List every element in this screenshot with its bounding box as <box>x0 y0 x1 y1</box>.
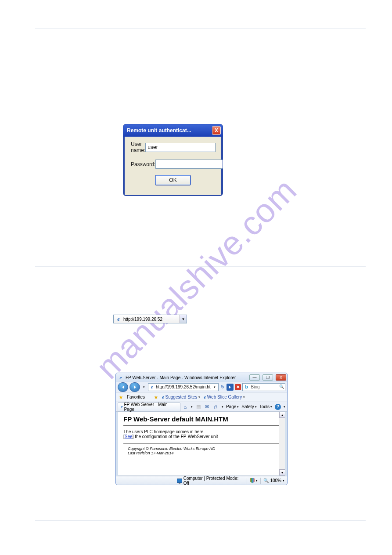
address-bar-url: http://199.199.26.52 <box>123 317 180 322</box>
tab-main[interactable]: e FP Web-Server - Main Page <box>118 403 180 411</box>
chevron-down-icon: ▾ <box>255 405 257 409</box>
status-zone: Computer | Protected Mode: Off <box>177 476 244 486</box>
status-separator <box>247 478 247 484</box>
page-icon: e <box>121 404 122 409</box>
scroll-down-icon[interactable]: ▼ <box>279 469 285 475</box>
safety-menu-label: Safety <box>241 404 254 409</box>
web-slice-label: Web Slice Gallery <box>207 395 242 399</box>
url-dropdown-icon[interactable]: ▾ <box>212 384 217 391</box>
add-favorite-icon[interactable]: ★ <box>154 394 158 400</box>
forward-button[interactable] <box>129 382 140 392</box>
tools-menu[interactable]: Tools ▾ <box>259 404 272 409</box>
scrollbar[interactable]: ▲ ▼ <box>279 412 285 475</box>
status-shield[interactable]: ▾ <box>250 478 258 483</box>
username-input[interactable] <box>145 143 216 152</box>
history-dropdown-icon[interactable]: ▾ <box>141 384 147 391</box>
chevron-down-icon[interactable]: ▾ <box>243 395 245 399</box>
suggested-sites-link[interactable]: e Suggested Sites ▾ <box>162 395 200 399</box>
username-label: User name: <box>131 141 145 153</box>
favorites-label[interactable]: Favorites <box>127 395 145 399</box>
ok-button[interactable]: OK <box>155 175 191 185</box>
chevron-down-icon[interactable]: ▾ <box>283 479 284 482</box>
back-button[interactable] <box>118 382 128 392</box>
browser-title: FP Web-Server - Main Page - Windows Inte… <box>126 375 247 380</box>
dropdown-icon[interactable]: ▼ <box>180 315 187 323</box>
home-icon[interactable]: ⌂ <box>182 404 188 410</box>
chevron-down-icon: ▾ <box>237 405 239 409</box>
bing-icon: b <box>244 385 249 390</box>
content-footer: Copyright © Panasonic Electric Works Eur… <box>123 446 280 455</box>
tab-and-command-bar: e FP Web-Server - Main Page ⌂ ▾ ▤ ✉ ⎙ ▾ … <box>116 402 287 412</box>
stop-button[interactable]: ✕ <box>235 384 241 390</box>
suggested-sites-label: Suggested Sites <box>165 395 198 399</box>
content-line1: The users PLC homepage comes in here. <box>123 429 280 434</box>
status-zoom[interactable]: 🔍 100% ▾ <box>263 478 284 483</box>
address-bar-small[interactable]: e http://199.199.26.52 ▼ <box>113 315 187 323</box>
divider-top <box>35 28 366 29</box>
page-menu[interactable]: Page ▾ <box>226 404 239 409</box>
help-icon[interactable]: ? <box>275 404 281 410</box>
chevron-down-icon[interactable]: ▾ <box>191 405 193 409</box>
favorites-star-icon[interactable]: ★ <box>119 394 123 400</box>
password-input[interactable] <box>155 160 223 169</box>
chevron-down-icon[interactable]: ▾ <box>284 405 285 409</box>
revision-text: Last revision 17-Mar-2014 <box>128 451 280 455</box>
safety-menu[interactable]: Safety ▾ <box>241 404 256 409</box>
browser-window: e FP Web-Server - Main Page - Windows In… <box>115 373 288 485</box>
content-line2-rest: the configuration of the FP-WebServer un… <box>133 434 218 439</box>
search-placeholder: Bing <box>251 385 260 389</box>
ie-icon: e <box>115 316 122 323</box>
auth-dialog-titlebar[interactable]: Remote unit authenticat... X <box>123 124 223 137</box>
zoom-text: 100% <box>270 478 281 483</box>
auth-dialog-body: User name: Password: OK <box>123 137 223 196</box>
close-button[interactable]: X <box>276 374 286 381</box>
url-field[interactable]: e http://199.199.26.52/main.ht ▾ <box>148 383 219 391</box>
shield-icon <box>250 478 255 483</box>
mail-icon[interactable]: ✉ <box>204 404 210 410</box>
username-row: User name: <box>131 141 215 153</box>
status-separator <box>260 478 261 484</box>
search-icon[interactable]: 🔍 <box>279 385 284 389</box>
feed-icon[interactable]: ▤ <box>195 404 201 410</box>
print-icon[interactable]: ⎙ <box>213 404 219 410</box>
divider-thin <box>123 443 280 444</box>
chevron-down-icon[interactable]: ▾ <box>198 395 200 399</box>
auth-dialog: Remote unit authenticat... X User name: … <box>123 124 223 196</box>
page-menu-label: Page <box>226 404 236 409</box>
tools-menu-label: Tools <box>259 404 270 409</box>
chevron-down-icon[interactable]: ▾ <box>256 479 258 482</box>
auth-button-row: OK <box>131 175 215 185</box>
chevron-down-icon[interactable]: ▾ <box>222 405 223 409</box>
page-icon: e <box>162 395 164 399</box>
tab-title: FP Web-Server - Main Page <box>124 402 177 412</box>
ie-icon: e <box>118 374 124 381</box>
zoom-icon: 🔍 <box>263 478 269 483</box>
url-text: http://199.199.26.52/main.ht <box>156 385 211 389</box>
web-slice-link[interactable]: e Web Slice Gallery ▾ <box>204 395 245 399</box>
close-icon[interactable]: X <box>212 126 221 135</box>
see-link[interactable]: See <box>125 434 133 439</box>
page-content: FP Web-Server default MAIN.HTM The users… <box>118 412 285 476</box>
favorites-bar: ★ Favorites ★ e Suggested Sites ▾ e Web … <box>116 392 287 402</box>
auth-dialog-title: Remote unit authenticat... <box>127 127 209 134</box>
divider-middle <box>35 266 366 267</box>
content-heading: FP Web-Server default MAIN.HTM <box>123 415 280 423</box>
page-icon: e <box>149 385 155 390</box>
search-box[interactable]: b Bing 🔍 <box>242 383 285 391</box>
refresh-icon[interactable]: ↻ <box>220 384 225 391</box>
status-bar: Computer | Protected Mode: Off ▾ 🔍 100% … <box>116 476 287 485</box>
chevron-down-icon: ▾ <box>270 405 272 409</box>
watermark: manualshive.com <box>88 170 303 386</box>
divider <box>123 425 280 426</box>
content-line2: [See] the configuration of the FP-WebSer… <box>123 434 280 439</box>
copyright-text: Copyright © Panasonic Electric Works Eur… <box>128 446 280 451</box>
scroll-up-icon[interactable]: ▲ <box>279 412 285 418</box>
divider-bottom <box>35 520 366 521</box>
maximize-button[interactable]: ❐ <box>263 374 273 381</box>
go-button[interactable] <box>227 384 234 391</box>
minimize-button[interactable]: — <box>249 374 260 381</box>
browser-titlebar[interactable]: e FP Web-Server - Main Page - Windows In… <box>116 373 287 382</box>
computer-icon <box>177 479 182 483</box>
password-row: Password: <box>131 160 215 169</box>
password-label: Password: <box>131 161 155 167</box>
